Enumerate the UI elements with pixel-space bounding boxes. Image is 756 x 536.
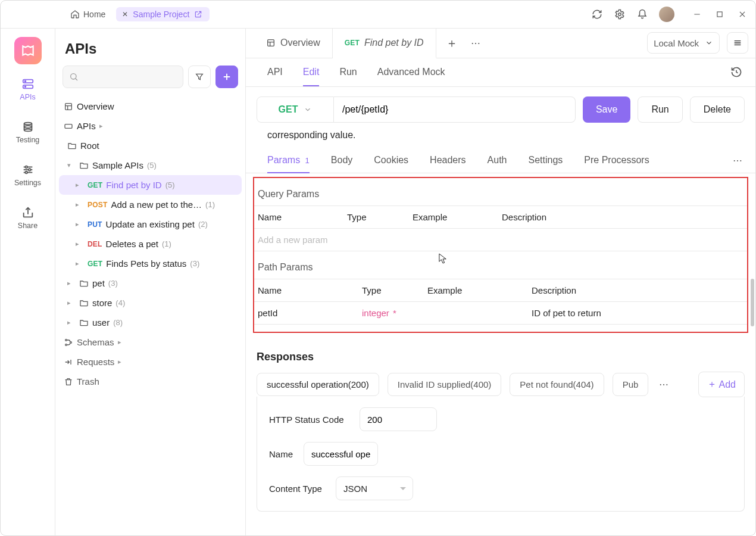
tree-folder[interactable]: ▸ store (4) (59, 293, 242, 313)
tree-folder-sample-apis[interactable]: ▾ Sample APIs (5) (59, 155, 242, 175)
svg-point-11 (24, 129, 32, 132)
add-response-button[interactable]: ＋ Add (698, 372, 745, 397)
svg-rect-25 (65, 124, 72, 128)
param-tab-body[interactable]: Body (331, 148, 352, 173)
content-type-select[interactable]: JSON (336, 476, 413, 500)
tree-count: (8) (113, 318, 123, 327)
window-maximize-icon[interactable] (714, 8, 726, 20)
tab-overflow[interactable]: ⋯ (471, 38, 480, 49)
param-tab-overflow[interactable]: ⋯ (733, 155, 742, 166)
api-badge-icon (64, 121, 73, 131)
history-button[interactable] (730, 66, 742, 78)
svg-point-10 (24, 126, 32, 128)
response-name-input[interactable] (304, 442, 378, 466)
app-logo[interactable] (14, 37, 42, 64)
param-tab-label: Params (267, 155, 300, 165)
tree-trash[interactable]: Trash (59, 372, 242, 391)
tree-endpoint[interactable]: ▸ GET Find pet by ID (5) (59, 175, 242, 195)
close-icon[interactable]: ✕ (122, 10, 128, 18)
tab-overview[interactable]: Overview (254, 29, 333, 58)
search-input[interactable] (63, 66, 183, 88)
description-fragment: corresponding value. (246, 123, 755, 144)
right-panel-toggle[interactable] (727, 32, 748, 54)
tree-schemas[interactable]: Schemas ▸ (59, 332, 242, 352)
param-tab-cookies[interactable]: Cookies (374, 148, 408, 173)
path-param-row[interactable]: petId integer* ID of pet to return (254, 302, 747, 325)
bell-icon[interactable] (636, 8, 648, 20)
environment-select[interactable]: Local Mock (647, 32, 720, 54)
tree-apis-root[interactable]: APIs ▸ (59, 116, 242, 136)
window-minimize-icon[interactable] (691, 8, 703, 20)
svg-point-28 (70, 341, 72, 343)
nav-home[interactable]: Home (64, 7, 111, 21)
mode-tab-edit[interactable]: Edit (303, 58, 320, 86)
tree-trash-label: Trash (77, 376, 99, 387)
rail-settings[interactable]: Settings (5, 157, 51, 193)
rail-share[interactable]: Share (5, 200, 51, 236)
mode-tab-mock[interactable]: Advanced Mock (377, 58, 445, 86)
plus-icon (221, 71, 232, 82)
tree-endpoint[interactable]: ▸ GET Finds Pets by status (3) (59, 254, 242, 273)
mode-tab-run[interactable]: Run (339, 58, 357, 86)
tree-endpoint[interactable]: ▸ DEL Deletes a pet (1) (59, 234, 242, 254)
param-tab-headers[interactable]: Headers (430, 148, 466, 173)
svg-point-17 (25, 172, 27, 174)
add-param-placeholder[interactable]: Add a new param (258, 235, 328, 245)
param-tab-settings[interactable]: Settings (529, 148, 563, 173)
response-tab[interactable]: successful operation(200) (257, 373, 379, 396)
folder-icon (79, 318, 89, 328)
tree-folder[interactable]: ▸ pet (3) (59, 273, 242, 293)
required-star-icon: * (393, 308, 396, 318)
project-tab[interactable]: ✕ Sample Project (116, 7, 210, 21)
response-tabs: successful operation(200) Invalid ID sup… (257, 372, 745, 397)
tree-folder-root[interactable]: Root (59, 136, 242, 155)
url-input[interactable] (334, 96, 576, 123)
environment-label: Local Mock (654, 38, 699, 48)
param-tab-auth[interactable]: Auth (488, 148, 507, 173)
tree-folder-label: store (92, 298, 112, 308)
svg-point-8 (24, 86, 26, 88)
refresh-icon[interactable] (591, 8, 603, 20)
chevron-right-icon: ▸ (118, 358, 126, 366)
response-tab[interactable]: Pub (613, 373, 649, 396)
rail-testing[interactable]: Testing (5, 114, 51, 150)
response-tab[interactable]: Pet not found(404) (510, 373, 604, 396)
method-badge: DEL (88, 240, 102, 248)
home-icon (70, 10, 80, 19)
scrollbar-thumb[interactable] (751, 279, 754, 326)
tree-endpoint[interactable]: ▸ PUT Update an existing pet (2) (59, 214, 242, 234)
rail-apis[interactable]: APIs (5, 71, 51, 107)
mode-tab-api[interactable]: API (267, 58, 283, 86)
response-tab-overflow[interactable]: ⋯ (657, 373, 671, 396)
tab-find-pet[interactable]: GET Find pet by ID (333, 29, 436, 58)
chevron-right-icon: ▸ (76, 260, 84, 267)
param-tab-params[interactable]: Params 1 (267, 148, 310, 173)
method-select[interactable]: GET (257, 96, 334, 123)
trash-icon (64, 377, 73, 387)
new-tab-button[interactable]: ＋ (446, 35, 458, 51)
endpoint-label: Finds Pets by status (106, 258, 186, 269)
tree-count: (3) (190, 259, 199, 268)
response-tab[interactable]: Invalid ID supplied(400) (388, 373, 502, 396)
window-close-icon[interactable] (736, 8, 748, 20)
settings-gear-icon[interactable] (614, 8, 626, 20)
param-desc: ID of pet to return (528, 302, 747, 325)
run-button[interactable]: Run (638, 96, 682, 123)
tree-count: (3) (108, 279, 118, 288)
save-button[interactable]: Save (583, 96, 630, 123)
content-type-label: Content Type (269, 484, 329, 494)
tree-requests[interactable]: Requests ▸ (59, 352, 242, 372)
tree-endpoint[interactable]: ▸ POST Add a new pet to the… (1) (59, 195, 242, 214)
svg-point-7 (24, 81, 26, 82)
delete-button[interactable]: Delete (690, 96, 745, 123)
titlebar: Home ✕ Sample Project (1, 1, 755, 29)
avatar[interactable] (659, 7, 674, 22)
add-button[interactable] (215, 66, 238, 88)
folder-icon (79, 279, 89, 288)
param-tab-pre[interactable]: Pre Processors (584, 148, 649, 173)
tree-overview[interactable]: Overview (59, 96, 242, 116)
tree-count: (5) (147, 161, 157, 170)
status-code-input[interactable] (360, 407, 437, 431)
filter-button[interactable] (188, 66, 211, 88)
tree-folder[interactable]: ▸ user (8) (59, 313, 242, 332)
